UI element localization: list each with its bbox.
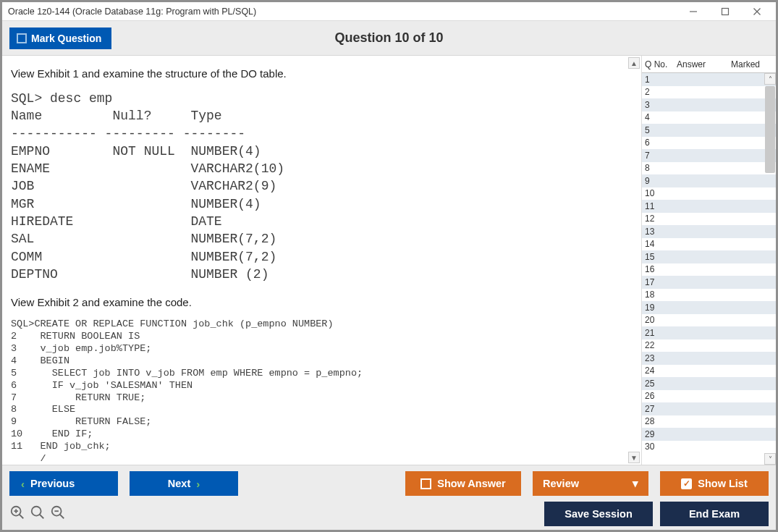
question-list-header: Q No. Answer Marked xyxy=(642,56,776,73)
show-answer-button[interactable]: Show Answer xyxy=(405,471,521,496)
list-item[interactable]: 21 xyxy=(642,326,776,339)
qno-cell: 1 xyxy=(645,75,677,85)
question-list[interactable]: ˄ ˅ 123456789101112131415161718192021222… xyxy=(642,73,776,465)
qno-cell: 8 xyxy=(645,163,677,173)
end-exam-button[interactable]: End Exam xyxy=(660,502,769,526)
qno-cell: 24 xyxy=(645,366,677,376)
list-item[interactable]: 14 xyxy=(642,238,776,251)
list-item[interactable]: 25 xyxy=(642,377,776,390)
check-icon: ✓ xyxy=(681,478,692,489)
maximize-button[interactable] xyxy=(709,3,741,20)
list-scroll-down-icon[interactable]: ˅ xyxy=(764,453,776,465)
qno-cell: 7 xyxy=(645,151,677,161)
list-item[interactable]: 6 xyxy=(642,137,776,150)
qno-cell: 27 xyxy=(645,404,677,414)
exhibit1-text: View Exhibit 1 and examine the structure… xyxy=(11,67,633,80)
qno-cell: 14 xyxy=(645,239,677,249)
qno-cell: 22 xyxy=(645,340,677,350)
show-answer-label: Show Answer xyxy=(437,478,506,489)
qno-cell: 9 xyxy=(645,176,677,186)
qno-cell: 3 xyxy=(645,100,677,110)
list-item[interactable]: 29 xyxy=(642,428,776,441)
list-item[interactable]: 23 xyxy=(642,352,776,365)
previous-label: Previous xyxy=(30,478,75,489)
svg-point-8 xyxy=(32,507,41,516)
review-label: Review xyxy=(543,478,579,489)
question-pane[interactable]: ▲ View Exhibit 1 and examine the structu… xyxy=(2,56,641,465)
maximize-icon xyxy=(721,7,730,16)
exhibit2-sql: SQL>CREATE OR REPLACE FUNCTION job_chk (… xyxy=(11,318,633,465)
zoom-out-icon[interactable] xyxy=(50,504,66,523)
qno-cell: 17 xyxy=(645,277,677,287)
minimize-button[interactable] xyxy=(677,3,709,20)
previous-button[interactable]: ‹ Previous xyxy=(9,471,118,496)
list-scroll-up-icon[interactable]: ˄ xyxy=(764,73,776,85)
list-item[interactable]: 18 xyxy=(642,289,776,302)
save-session-button[interactable]: Save Session xyxy=(544,502,653,526)
close-icon xyxy=(753,7,761,16)
list-item[interactable]: 27 xyxy=(642,402,776,415)
list-item[interactable]: 24 xyxy=(642,365,776,378)
footer-row-2: Save Session End Exam xyxy=(9,502,769,526)
list-item[interactable]: 9 xyxy=(642,174,776,187)
list-item[interactable]: 15 xyxy=(642,250,776,263)
qno-cell: 10 xyxy=(645,188,677,198)
qno-cell: 6 xyxy=(645,138,677,148)
footer-row-1: ‹ Previous Next › Show Answer Review ▾ ✓… xyxy=(9,471,769,496)
list-item[interactable]: 17 xyxy=(642,276,776,289)
list-item[interactable]: 16 xyxy=(642,263,776,276)
list-item[interactable]: 19 xyxy=(642,301,776,314)
list-item[interactable]: 10 xyxy=(642,187,776,200)
footer-bar: ‹ Previous Next › Show Answer Review ▾ ✓… xyxy=(2,465,776,530)
list-item[interactable]: 13 xyxy=(642,225,776,238)
next-label: Next xyxy=(168,478,190,489)
list-item[interactable]: 11 xyxy=(642,200,776,213)
col-answer: Answer xyxy=(677,59,731,69)
title-bar: Oracle 1z0-144 (Oracle Database 11g: Pro… xyxy=(2,2,776,21)
minimize-icon xyxy=(689,7,698,16)
checkbox-icon xyxy=(17,33,27,43)
list-item[interactable]: 12 xyxy=(642,213,776,226)
body-area: ▲ View Exhibit 1 and examine the structu… xyxy=(2,56,776,465)
next-button[interactable]: Next › xyxy=(130,471,238,496)
review-button[interactable]: Review ▾ xyxy=(533,471,648,496)
mark-question-button[interactable]: Mark Question xyxy=(9,28,111,49)
mark-question-label: Mark Question xyxy=(31,33,101,44)
list-item[interactable]: 20 xyxy=(642,314,776,327)
qno-cell: 26 xyxy=(645,391,677,401)
col-marked: Marked xyxy=(731,59,773,69)
checkbox-icon xyxy=(420,478,431,489)
list-item[interactable]: 3 xyxy=(642,98,776,111)
svg-line-5 xyxy=(20,515,24,519)
list-item[interactable]: 1 xyxy=(642,73,776,86)
qno-cell: 19 xyxy=(645,303,677,313)
qno-cell: 18 xyxy=(645,290,677,300)
qno-cell: 20 xyxy=(645,315,677,325)
close-button[interactable] xyxy=(741,3,773,20)
scroll-down-icon[interactable]: ▼ xyxy=(628,452,640,463)
zoom-reset-icon[interactable] xyxy=(30,504,46,523)
header-bar: Mark Question Question 10 of 10 xyxy=(2,21,776,56)
zoom-in-icon[interactable] xyxy=(9,504,25,523)
list-item[interactable]: 2 xyxy=(642,86,776,99)
list-item[interactable]: 8 xyxy=(642,162,776,175)
app-window: Oracle 1z0-144 (Oracle Database 11g: Pro… xyxy=(0,0,778,532)
list-item[interactable]: 22 xyxy=(642,339,776,352)
col-qno: Q No. xyxy=(645,59,677,69)
qno-cell: 28 xyxy=(645,416,677,426)
list-item[interactable]: 26 xyxy=(642,390,776,403)
list-item[interactable]: 5 xyxy=(642,124,776,137)
scrollbar-thumb[interactable] xyxy=(765,86,775,173)
qno-cell: 16 xyxy=(645,264,677,274)
list-item[interactable]: 7 xyxy=(642,149,776,162)
window-title: Oracle 1z0-144 (Oracle Database 11g: Pro… xyxy=(8,7,256,17)
list-item[interactable]: 4 xyxy=(642,111,776,124)
list-item[interactable]: 30 xyxy=(642,441,776,454)
qno-cell: 15 xyxy=(645,252,677,262)
list-item[interactable]: 28 xyxy=(642,415,776,428)
svg-rect-1 xyxy=(722,8,729,14)
scroll-up-icon[interactable]: ▲ xyxy=(628,57,640,69)
show-list-button[interactable]: ✓ Show List xyxy=(660,471,769,496)
svg-line-9 xyxy=(40,515,44,519)
chevron-left-icon: ‹ xyxy=(21,478,25,490)
